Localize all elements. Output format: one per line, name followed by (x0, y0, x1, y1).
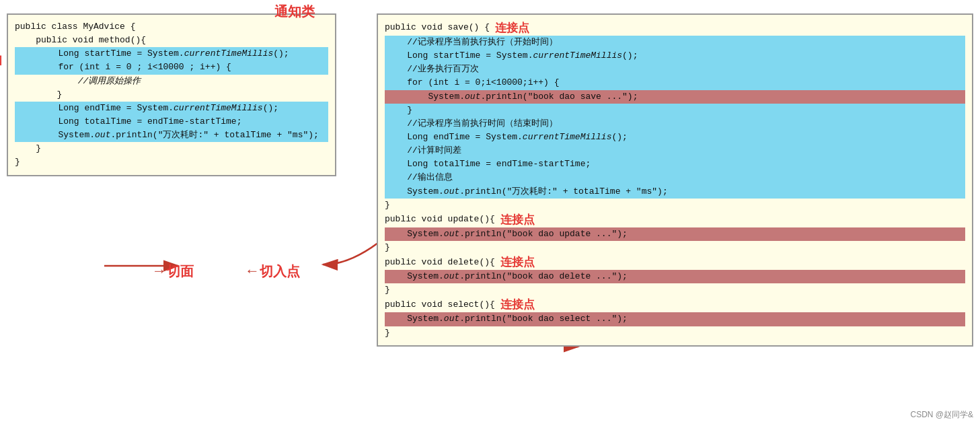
qieru-label: 切入点 (260, 262, 300, 281)
update-header-line: public void update(){ 连接点 (385, 212, 965, 227)
code-line-highlight: Long endTime = System.currentTimeMillis(… (15, 102, 328, 115)
code-line: //计算时间差 (385, 144, 965, 157)
method-select: public void select(){ 连接点 System.out.pri… (385, 297, 965, 339)
select-header-line: public void select(){ 连接点 (385, 297, 965, 312)
code-line-highlight: Long startTime = System.currentTimeMilli… (15, 47, 328, 61)
left-code-block: public class MyAdvice { public void meth… (15, 20, 328, 170)
main-container: 通知类 通知 public class MyAdvice { public vo… (0, 0, 980, 426)
code-line: public void method(){ (15, 34, 328, 47)
code-line: //记录程序当前执行执行（开始时间） (385, 36, 965, 49)
method-update: public void update(){ 连接点 System.out.pri… (385, 212, 965, 254)
code-line: //业务执行百万次 (385, 63, 965, 76)
save-header: public void save() { (385, 21, 490, 34)
code-line-highlight: System.out.println("万次耗时:" + totalTime +… (15, 129, 328, 142)
code-line-red: System.out.println("book dao update ..."… (385, 227, 965, 241)
code-line: //输出信息 (385, 171, 965, 184)
code-line: for (int i = 0;i<10000;i++) { (385, 76, 965, 90)
save-lianjiedian: 连接点 (495, 20, 529, 36)
delete-lianjiedian: 连接点 (500, 254, 535, 270)
code-line-red: System.out.println("book dao delete ..."… (385, 270, 965, 283)
code-line-highlight: Long totalTime = endTime-startTime; (15, 115, 328, 129)
select-lianjiedian: 连接点 (500, 297, 535, 312)
method-save: public void save() { 连接点 //记录程序当前执行执行（开始… (385, 20, 965, 212)
delete-header-line: public void delete(){ 连接点 (385, 254, 965, 270)
code-line: } (15, 142, 328, 155)
tongzhi-label: 通知 (0, 52, 2, 68)
update-lianjiedian: 连接点 (500, 212, 535, 227)
code-line: } (385, 241, 965, 254)
code-line: Long endTime = System.currentTimeMillis(… (385, 131, 965, 144)
code-line: Long totalTime = endTime-startTime; (385, 157, 965, 171)
middle-labels: → 切面 ← 切入点 (155, 262, 300, 281)
code-line-red: System.out.println("book dao save ..."); (385, 90, 965, 104)
code-line: //调用原始操作 (15, 75, 328, 88)
delete-header: public void delete(){ (385, 256, 495, 269)
code-line: } (15, 88, 328, 102)
qiemian-label: 切面 (167, 262, 194, 281)
watermark: CSDN @赵同学& (910, 409, 973, 421)
code-line: } (385, 104, 965, 117)
code-line: Long startTime = System.currentTimeMilli… (385, 49, 965, 63)
code-line: //记录程序当前执行时间（结束时间） (385, 117, 965, 131)
code-line-highlight: for (int i = 0 ; i<10000 ; i++) { (15, 61, 328, 74)
left-panel: 通知类 通知 public class MyAdvice { public vo… (7, 13, 336, 176)
code-line-red: System.out.println("book dao select ..."… (385, 312, 965, 326)
update-header: public void update(){ (385, 213, 495, 226)
method-delete: public void delete(){ 连接点 System.out.pri… (385, 254, 965, 297)
code-line: System.out.println("万次耗时:" + totalTime +… (385, 185, 965, 199)
code-line: } (15, 155, 328, 169)
code-line: } (385, 199, 965, 212)
arrow-left-indicator: → 切面 (155, 262, 194, 281)
left-panel-title: 通知类 (274, 3, 315, 21)
save-header-line: public void save() { 连接点 (385, 20, 965, 36)
select-header: public void select(){ (385, 298, 495, 312)
right-panel: public void save() { 连接点 //记录程序当前执行执行（开始… (377, 13, 973, 347)
code-line: } (385, 283, 965, 297)
arrow-right-indicator: ← 切入点 (248, 262, 300, 281)
code-line: public class MyAdvice { (15, 20, 328, 34)
code-line: } (385, 326, 965, 340)
